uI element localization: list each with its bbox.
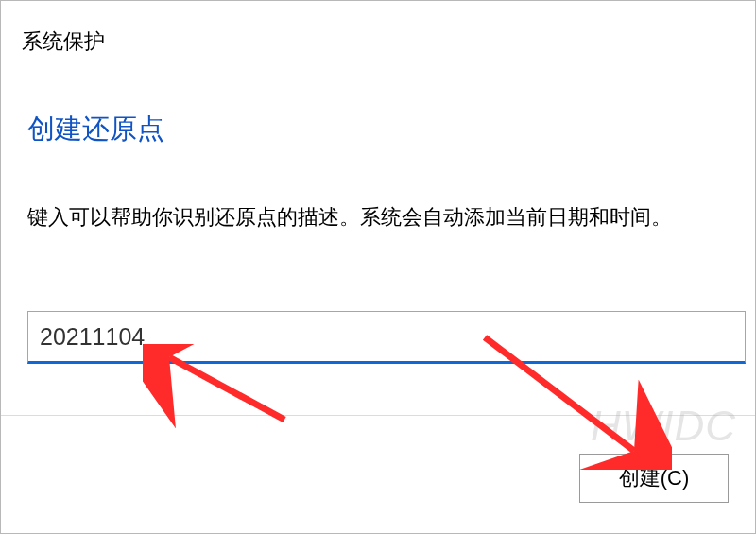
svg-line-0 [169,357,284,420]
restore-point-name-input[interactable] [27,311,746,364]
create-button[interactable]: 创建(C) [579,454,729,503]
input-container [1,232,755,364]
dialog-window: 系统保护 创建还原点 键入可以帮助你识别还原点的描述。系统会自动添加当前日期和时… [0,0,756,534]
watermark-text: HWIDC [591,403,736,450]
button-row: 创建(C) [579,454,729,503]
window-title: 系统保护 [1,1,755,56]
dialog-description: 键入可以帮助你识别还原点的描述。系统会自动添加当前日期和时间。 [1,148,755,232]
divider [1,415,755,416]
dialog-heading: 创建还原点 [1,56,755,148]
